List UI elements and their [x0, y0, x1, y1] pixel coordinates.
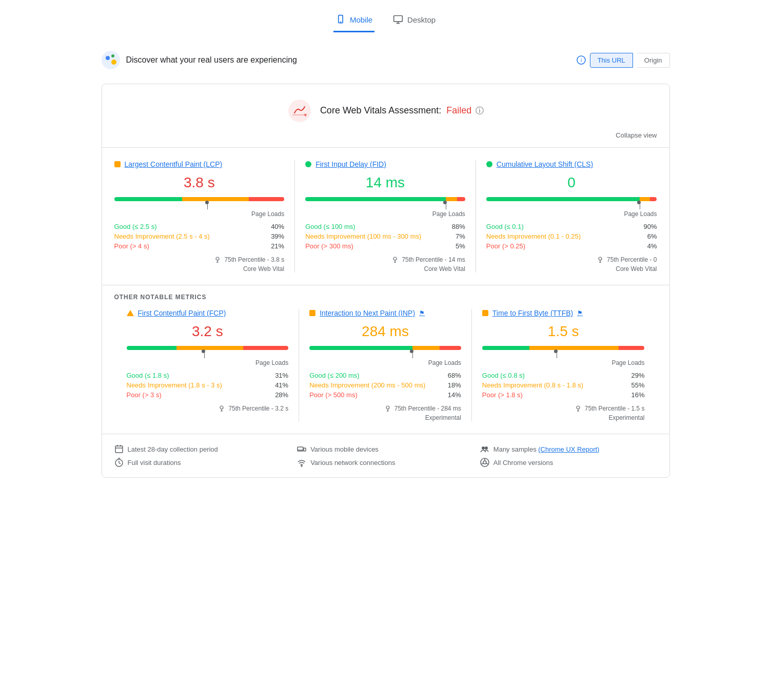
- svg-point-46: [485, 446, 488, 450]
- metric-good-label-inp: Good (≤ 200 ms): [309, 372, 359, 379]
- metric-bar-green-fcp: [127, 346, 177, 350]
- metric-good-row-cls: Good (≤ 0.1)90%: [486, 223, 657, 230]
- percentile-icon-fcp: [219, 405, 225, 412]
- metric-label-fcp[interactable]: First Contentful Paint (FCP): [127, 309, 289, 317]
- collapse-view-button[interactable]: Collapse view: [102, 131, 669, 147]
- metric-needs-row-inp: Needs Improvement (200 ms - 500 ms)18%: [309, 381, 461, 389]
- metric-needs-pct-fcp: 41%: [275, 381, 288, 389]
- metric-percentile-row-fcp: 75th Percentile - 3.2 s: [127, 405, 289, 412]
- metric-bar-orange-inp: [412, 346, 440, 350]
- metric-good-pct-inp: 68%: [448, 372, 461, 379]
- metric-dot-fid: [305, 161, 311, 167]
- metric-poor-pct-ttfb: 16%: [631, 391, 644, 399]
- core-vitals-grid: Largest Contentful Paint (LCP)3.8 sPage …: [102, 147, 669, 285]
- percentile-icon-cls: [597, 257, 603, 263]
- metric-core-label-fid: Core Web Vital: [305, 265, 465, 273]
- metric-col-cls: Cumulative Layout Shift (CLS)0Page Loads…: [476, 160, 657, 273]
- calendar-icon: [114, 444, 124, 454]
- metric-needs-label-cls: Needs Improvement (0.1 - 0.25): [486, 232, 581, 240]
- metric-label-ttfb[interactable]: Time to First Byte (TTFB) ⚑: [482, 309, 645, 317]
- assessment-status: Failed: [446, 105, 471, 115]
- metric-poor-row-fid: Poor (> 300 ms)5%: [305, 242, 465, 250]
- tab-desktop[interactable]: Desktop: [391, 10, 438, 32]
- metric-experimental-label-ttfb: Experimental: [482, 414, 645, 421]
- metric-bar-red-ttfb: [619, 346, 645, 350]
- metric-bar-fid: [305, 197, 465, 201]
- metric-poor-row-fcp: Poor (> 3 s)28%: [127, 391, 289, 399]
- metric-marker-pin-lcp: [207, 204, 208, 209]
- metric-page-loads-fid: Page Loads: [305, 210, 465, 218]
- metric-needs-pct-cls: 6%: [647, 232, 657, 240]
- chrome-ux-report-link[interactable]: (Chrome UX Report): [538, 445, 599, 453]
- metric-page-loads-inp: Page Loads: [309, 359, 461, 366]
- footer-item-visit: Full visit durations: [114, 458, 291, 467]
- metric-bar-orange-fcp: [176, 346, 243, 350]
- metric-poor-label-fid: Poor (> 300 ms): [305, 242, 353, 250]
- metric-good-row-inp: Good (≤ 200 ms)68%: [309, 372, 461, 379]
- metric-needs-label-fid: Needs Improvement (100 ms - 300 ms): [305, 232, 421, 240]
- metric-poor-row-ttfb: Poor (> 1.8 s)16%: [482, 391, 645, 399]
- footer-section: Latest 28-day collection period Full vis…: [102, 434, 669, 477]
- metric-good-label-lcp: Good (≤ 2.5 s): [114, 223, 157, 230]
- metric-marker-fid: [445, 201, 447, 209]
- metric-good-pct-fid: 88%: [452, 223, 465, 230]
- info-icon[interactable]: i: [577, 55, 586, 65]
- footer-item-devices: Various mobile devices: [297, 444, 474, 454]
- metric-label-text-ttfb: Time to First Byte (TTFB): [492, 309, 573, 317]
- assessment-icon: [287, 99, 312, 123]
- metric-marker-wrapper-inp: [309, 350, 461, 358]
- url-toggle: i This URL Origin: [577, 53, 670, 68]
- metric-good-pct-fcp: 31%: [275, 372, 288, 379]
- metric-label-fid[interactable]: First Input Delay (FID): [305, 160, 465, 168]
- metric-poor-label-ttfb: Poor (> 1.8 s): [482, 391, 523, 399]
- metric-page-loads-ttfb: Page Loads: [482, 359, 645, 366]
- metric-poor-label-fcp: Poor (> 3 s): [127, 391, 162, 399]
- metric-value-cls: 0: [486, 174, 657, 191]
- footer-item-chrome: All Chrome versions: [480, 458, 657, 467]
- metric-needs-row-cls: Needs Improvement (0.1 - 0.25)6%: [486, 232, 657, 240]
- metric-bar-red-fid: [457, 197, 465, 201]
- metric-marker-dot-inp: [410, 349, 413, 353]
- metric-col-ttfb: Time to First Byte (TTFB) ⚑1.5 sPage Loa…: [472, 309, 645, 421]
- metric-good-row-lcp: Good (≤ 2.5 s)40%: [114, 223, 285, 230]
- metric-bar-red-cls: [650, 197, 657, 201]
- assessment-title-block: Core Web Vitals Assessment: Failed ⓘ: [320, 105, 484, 116]
- footer-samples-text: Many samples (Chrome UX Report): [493, 445, 600, 453]
- metric-value-inp: 284 ms: [309, 323, 461, 340]
- metric-poor-label-inp: Poor (> 500 ms): [309, 391, 358, 399]
- metric-percentile-row-inp: 75th Percentile - 284 ms: [309, 405, 461, 412]
- svg-point-44: [301, 465, 302, 466]
- metric-poor-pct-inp: 14%: [448, 391, 461, 399]
- metric-marker-wrapper-cls: [486, 201, 657, 209]
- tab-mobile[interactable]: Mobile: [333, 10, 374, 32]
- metric-marker-wrapper-fcp: [127, 350, 289, 358]
- metric-label-lcp[interactable]: Largest Contentful Paint (LCP): [114, 160, 285, 168]
- percentile-icon-lcp: [214, 257, 221, 263]
- metric-needs-row-fid: Needs Improvement (100 ms - 300 ms)7%: [305, 232, 465, 240]
- main-card: Core Web Vitals Assessment: Failed ⓘ Col…: [102, 84, 670, 478]
- percentile-icon-ttfb: [575, 405, 581, 412]
- metric-marker-lcp: [207, 201, 209, 209]
- svg-point-45: [482, 446, 485, 450]
- metric-good-row-ttfb: Good (≤ 0.8 s)29%: [482, 372, 645, 379]
- origin-button[interactable]: Origin: [637, 53, 670, 68]
- footer-devices-text: Various mobile devices: [310, 445, 379, 453]
- metric-needs-pct-inp: 18%: [448, 381, 461, 389]
- metric-label-cls[interactable]: Cumulative Layout Shift (CLS): [486, 160, 657, 168]
- metric-dot-cls: [486, 161, 492, 167]
- svg-line-50: [486, 463, 489, 464]
- metric-marker-dot-fid: [443, 201, 447, 204]
- metric-col-fcp: First Contentful Paint (FCP)3.2 sPage Lo…: [127, 309, 300, 421]
- metric-percentile-cls: 75th Percentile - 0: [607, 256, 657, 263]
- metric-label-inp[interactable]: Interaction to Next Paint (INP) ⚑: [309, 309, 461, 317]
- other-metrics-grid: First Contentful Paint (FCP)3.2 sPage Lo…: [114, 309, 657, 434]
- assessment-help-icon[interactable]: ⓘ: [476, 106, 484, 115]
- metric-col-fid: First Input Delay (FID)14 msPage LoadsGo…: [295, 160, 476, 273]
- footer-item-network: Various network connections: [297, 458, 474, 467]
- metric-marker-pin-fcp: [204, 353, 205, 358]
- svg-text:i: i: [581, 57, 582, 63]
- this-url-button[interactable]: This URL: [590, 53, 633, 68]
- tab-desktop-label: Desktop: [407, 15, 436, 24]
- metric-bar-orange-cls: [640, 197, 650, 201]
- metric-label-text-lcp: Largest Contentful Paint (LCP): [125, 160, 223, 168]
